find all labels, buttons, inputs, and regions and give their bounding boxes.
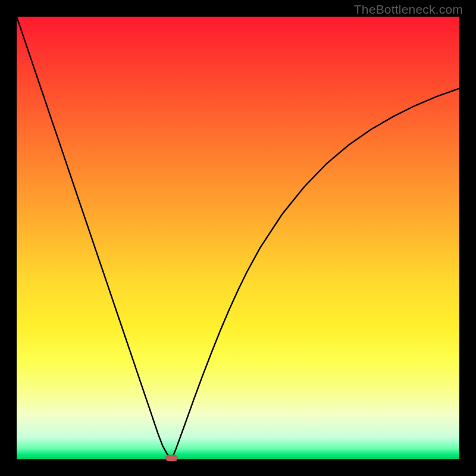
watermark-text: TheBottleneck.com <box>354 2 463 17</box>
chart-plot-area <box>17 17 459 459</box>
optimum-marker <box>165 455 177 461</box>
bottleneck-curve <box>17 17 459 459</box>
chart-svg <box>17 17 459 459</box>
